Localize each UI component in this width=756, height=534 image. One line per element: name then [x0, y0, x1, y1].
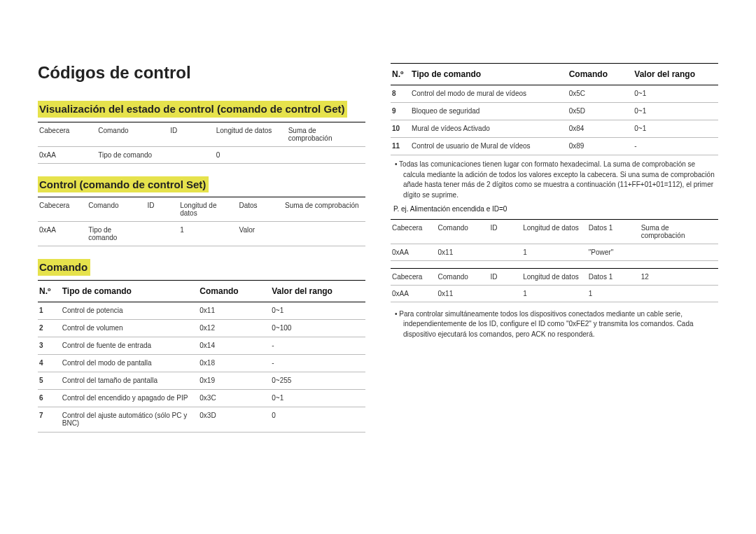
td-tipo: Control del tamaño de pantalla [61, 372, 199, 389]
command-table-right: N.º Tipo de comando Comando Valor del ra… [391, 63, 718, 155]
note-checksum: Todas las comunicaciones tienen lugar co… [403, 160, 718, 200]
th: Longitud de datos [178, 197, 237, 222]
td: 1 [522, 244, 587, 260]
td [169, 146, 215, 163]
td [146, 222, 178, 246]
td-no: 10 [391, 120, 410, 138]
td: Tipo de comando [87, 222, 146, 246]
table-row: 8Control del modo de mural de vídeos0x5C… [391, 85, 718, 103]
table-row: 2Control de volumen0x120~100 [38, 319, 365, 337]
td-cmd: 0x5D [568, 103, 634, 120]
td-rng: 0~1 [633, 103, 718, 120]
td-cmd: 0x5C [568, 85, 634, 103]
table-row: 5Control del tamaño de pantalla0x190~255 [38, 372, 365, 389]
td-cmd: 0x11 [198, 302, 270, 319]
td-cmd: 0x19 [198, 372, 270, 389]
td-cmd: 0x18 [198, 354, 270, 372]
th-no: N.º [38, 280, 61, 302]
td-cmd: 0x84 [568, 120, 634, 138]
section-header-comando: Comando [38, 259, 90, 276]
td-cmd: 0x3D [198, 407, 270, 432]
td: 1 [522, 285, 587, 302]
td-cmd: 0x12 [198, 319, 270, 337]
td-no: 6 [38, 389, 61, 407]
th: Cabecera [391, 268, 437, 285]
td-rng: 0~100 [270, 319, 365, 337]
td: 0xAA [38, 222, 87, 246]
th-tipo: Tipo de comando [410, 64, 568, 85]
table-row: 10Mural de vídeos Activado0x840~1 [391, 120, 718, 138]
td-tipo: Control del ajuste automático (sólo PC y… [61, 407, 199, 432]
th: Datos 1 [587, 268, 640, 285]
td: 0xAA [391, 244, 437, 260]
command-table-left: N.º Tipo de comando Comando Valor del ra… [38, 280, 365, 433]
td: 1 [587, 285, 640, 302]
td-no: 7 [38, 407, 61, 432]
td: 0xAA [391, 285, 437, 302]
th: ID [489, 219, 522, 244]
th: Datos [237, 197, 284, 222]
section-header-get: Visualización del estado de control (com… [38, 101, 347, 118]
th-cmd: Comando [568, 64, 634, 85]
page-title: Códigos de control [38, 63, 365, 83]
th: Cabecera [38, 197, 87, 222]
th-valor: Valor del rango [633, 64, 718, 85]
th: Cabecera [391, 219, 437, 244]
td-rng: 0~255 [270, 372, 365, 389]
table-row: 11Control de usuario de Mural de vídeos0… [391, 138, 718, 155]
td: 0xAA [38, 146, 97, 163]
td-rng: 0~1 [270, 302, 365, 319]
td-no: 3 [38, 337, 61, 354]
th: ID [489, 268, 522, 285]
td: Tipo de comando [97, 146, 169, 163]
td [489, 285, 522, 302]
td-tipo: Bloqueo de seguridad [410, 103, 568, 120]
th: Suma de comprobación [640, 219, 718, 244]
td-tipo: Control del modo de pantalla [61, 354, 199, 372]
td-tipo: Control de potencia [61, 302, 199, 319]
td-cmd: 0x89 [568, 138, 634, 155]
th: Comando [437, 268, 489, 285]
table-row: 4Control del modo de pantalla0x18- [38, 354, 365, 372]
example-table-2: Cabecera Comando ID Longitud de datos Da… [391, 268, 718, 302]
td-no: 9 [391, 103, 410, 120]
th: Comando [87, 197, 146, 222]
th: 12 [640, 268, 718, 285]
th-longitud: Longitud de datos [215, 122, 287, 146]
th-cabecera: Cabecera [38, 122, 97, 146]
th-cmd: Comando [198, 280, 270, 302]
td: 0x11 [437, 244, 489, 260]
th-comando: Comando [97, 122, 169, 146]
td-rng: 0~1 [633, 120, 718, 138]
td-tipo: Control de volumen [61, 319, 199, 337]
td-rng: 0 [270, 407, 365, 432]
td-rng: - [633, 138, 718, 155]
td [489, 244, 522, 260]
th-id: ID [169, 122, 215, 146]
example-table-1: Cabecera Comando ID Longitud de datos Da… [391, 219, 718, 261]
th-tipo: Tipo de comando [61, 280, 199, 302]
td-no: 2 [38, 319, 61, 337]
td-tipo: Control de fuente de entrada [61, 337, 199, 354]
td: 0 [215, 146, 287, 163]
th: Longitud de datos [522, 268, 587, 285]
td-no: 1 [38, 302, 61, 319]
th: Suma de comprobación [284, 197, 365, 222]
table-row: 3Control de fuente de entrada0x14- [38, 337, 365, 354]
th: ID [146, 197, 178, 222]
td-no: 5 [38, 372, 61, 389]
get-table: Cabecera Comando ID Longitud de datos Su… [38, 122, 365, 164]
td-no: 11 [391, 138, 410, 155]
th: Datos 1 [587, 219, 640, 244]
td-tipo: Control del modo de mural de vídeos [410, 85, 568, 103]
td-tipo: Control de usuario de Mural de vídeos [410, 138, 568, 155]
td: Valor [237, 222, 284, 246]
th: Longitud de datos [522, 219, 587, 244]
td-cmd: 0x3C [198, 389, 270, 407]
td-rng: 0~1 [270, 389, 365, 407]
td-power: "Power" [587, 244, 640, 260]
td [284, 222, 365, 246]
td-tipo: Mural de vídeos Activado [410, 120, 568, 138]
th-suma: Suma de comprobación [287, 122, 365, 146]
th-no: N.º [391, 64, 410, 85]
